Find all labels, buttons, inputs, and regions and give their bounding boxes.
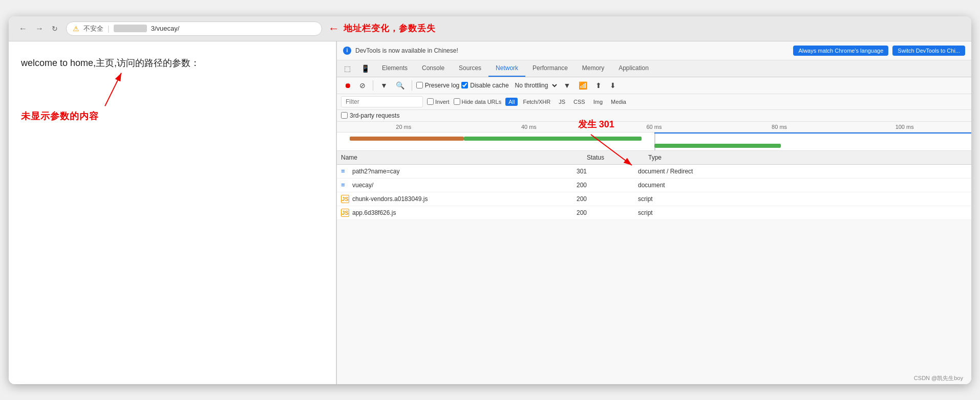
throttle-dropdown-button[interactable]: ▼ bbox=[561, 79, 574, 92]
script-icon-2: JS bbox=[341, 209, 349, 217]
row-name-text-3: chunk-vendors.a0183049.js bbox=[352, 195, 428, 203]
red-arrow-left-icon: ← bbox=[328, 22, 339, 35]
row-name-1: ≡ path2?name=cay bbox=[341, 167, 577, 175]
address-bar[interactable]: ⚠ 不安全 | 3/vuecay/ bbox=[66, 21, 322, 36]
back-button[interactable]: ← bbox=[17, 23, 29, 34]
filter-bar: Invert Hide data URLs All Fetch/XHR JS C… bbox=[337, 94, 971, 110]
network-table: Name Status Type ≡ path2?name=cay 301 do… bbox=[337, 151, 971, 384]
switch-devtools-button[interactable]: Switch DevTools to Chi... bbox=[892, 46, 965, 56]
timeline-label-100ms: 100 ms bbox=[842, 124, 967, 130]
row-name-text-4: app.6d38f626.js bbox=[352, 209, 396, 216]
search-button[interactable]: 🔍 bbox=[393, 79, 408, 92]
info-icon: i bbox=[343, 47, 351, 55]
row-name-3: JS chunk-vendors.a0183049.js bbox=[341, 195, 577, 203]
record-button[interactable]: ⏺ bbox=[341, 79, 354, 92]
table-row[interactable]: ≡ path2?name=cay 301 document / Redirect bbox=[337, 165, 971, 179]
throttle-select[interactable]: No throttling bbox=[511, 80, 559, 91]
doc-icon-1: ≡ bbox=[341, 167, 349, 175]
timeline-bar-green-2 bbox=[654, 144, 781, 148]
mobile-icon[interactable]: 📱 bbox=[356, 60, 375, 77]
table-header: Name Status Type bbox=[337, 151, 971, 165]
tab-application[interactable]: Application bbox=[611, 60, 656, 77]
table-row[interactable]: JS chunk-vendors.a0183049.js 200 script bbox=[337, 192, 971, 206]
third-party-checkbox[interactable]: 3rd-party requests bbox=[341, 112, 399, 119]
notification-text: DevTools is now available in Chinese! bbox=[355, 47, 789, 54]
wifi-icon[interactable]: 📶 bbox=[576, 79, 590, 92]
address-annotation-text: 地址栏变化，参数丢失 bbox=[344, 23, 436, 34]
devtools-content-wrapper: 发生 301 Name bbox=[337, 132, 971, 384]
tab-sources[interactable]: Sources bbox=[452, 60, 488, 77]
timeline-bar-orange bbox=[350, 137, 464, 141]
annotation-arrow-svg bbox=[88, 66, 138, 113]
svg-line-3 bbox=[591, 135, 632, 165]
filter-tag-img[interactable]: Img bbox=[590, 98, 606, 106]
filter-input[interactable] bbox=[341, 96, 423, 107]
url-suffix: 3/vuecay/ bbox=[151, 25, 315, 32]
download-icon[interactable]: ⬇ bbox=[607, 79, 619, 92]
third-party-row: 3rd-party requests bbox=[337, 110, 971, 122]
filter-button[interactable]: ▼ bbox=[377, 79, 391, 92]
welcome-text: welcome to home,主页,访问的路径的参数： bbox=[21, 57, 324, 69]
timeline-blue-line bbox=[654, 132, 972, 134]
table-row[interactable]: ≡ vuecay/ 200 document bbox=[337, 179, 971, 192]
tab-console[interactable]: Console bbox=[415, 60, 452, 77]
timeline-divider bbox=[654, 132, 655, 150]
row-name-text-1: path2?name=cay bbox=[352, 168, 399, 175]
upload-icon[interactable]: ⬆ bbox=[592, 79, 605, 92]
tab-memory[interactable]: Memory bbox=[575, 60, 611, 77]
filter-tag-media[interactable]: Media bbox=[608, 98, 629, 106]
row-type-4: script bbox=[638, 209, 967, 216]
stop-button[interactable]: ⊘ bbox=[356, 79, 369, 92]
hide-data-urls-label: Hide data URLs bbox=[462, 99, 502, 105]
timeline-label-60ms: 60 ms bbox=[591, 124, 717, 130]
devtools-notification: i DevTools is now available in Chinese! … bbox=[337, 41, 971, 60]
reload-button[interactable]: ↻ bbox=[50, 24, 60, 34]
tab-performance[interactable]: Performance bbox=[525, 60, 575, 77]
invert-checkbox[interactable]: Invert bbox=[427, 98, 450, 105]
timeline-label-40ms: 40 ms bbox=[466, 124, 592, 130]
header-type: Type bbox=[648, 154, 967, 161]
filter-tag-css[interactable]: CSS bbox=[570, 98, 588, 106]
annotation-301-arrow bbox=[591, 135, 652, 175]
filter-tag-fetch-xhr[interactable]: Fetch/XHR bbox=[520, 98, 553, 106]
timeline-label-80ms: 80 ms bbox=[717, 124, 842, 130]
no-params-annotation: 未显示参数的内容 bbox=[21, 110, 99, 122]
forward-button[interactable]: → bbox=[33, 23, 46, 34]
row-type-2: document bbox=[638, 182, 967, 189]
url-blurred bbox=[114, 25, 147, 32]
warning-icon: ⚠ bbox=[73, 25, 79, 33]
filter-tag-all[interactable]: All bbox=[505, 98, 518, 106]
devtools-toolbar: ⏺ ⊘ ▼ 🔍 Preserve log Disable cache No th… bbox=[337, 77, 971, 94]
timeline-ruler: 20 ms 40 ms 60 ms 80 ms 100 ms bbox=[337, 122, 971, 132]
nav-buttons: ← → ↻ bbox=[17, 23, 60, 34]
always-match-button[interactable]: Always match Chrome's language bbox=[793, 46, 888, 56]
script-icon-1: JS bbox=[341, 195, 349, 203]
doc-icon-2: ≡ bbox=[341, 181, 349, 189]
not-secure-label: 不安全 bbox=[83, 24, 103, 33]
browser-window: ← → ↻ ⚠ 不安全 | 3/vuecay/ ← 地址栏变化，参数丢失 wel… bbox=[9, 16, 971, 384]
title-bar: ← → ↻ ⚠ 不安全 | 3/vuecay/ ← 地址栏变化，参数丢失 bbox=[9, 16, 971, 41]
filter-tag-js[interactable]: JS bbox=[556, 98, 568, 106]
toolbar-separator-1 bbox=[373, 80, 373, 91]
header-name: Name bbox=[341, 154, 587, 161]
cursor-icon[interactable]: ⬚ bbox=[339, 60, 356, 77]
table-row[interactable]: JS app.6d38f626.js 200 script bbox=[337, 206, 971, 220]
filter-tags: All Fetch/XHR JS CSS Img Media bbox=[505, 98, 629, 106]
row-name-2: ≡ vuecay/ bbox=[341, 181, 577, 189]
row-status-2: 200 bbox=[577, 182, 638, 189]
watermark: CSDN @凯先生boy bbox=[914, 374, 963, 382]
invert-label: Invert bbox=[435, 99, 450, 105]
page-content: welcome to home,主页,访问的路径的参数： 未显示参数的内容 bbox=[9, 41, 336, 384]
hide-data-urls-checkbox[interactable]: Hide data URLs bbox=[454, 98, 502, 105]
timeline-bars: 发生 301 bbox=[337, 132, 971, 151]
row-type-1: document / Redirect bbox=[638, 168, 967, 175]
row-status-3: 200 bbox=[577, 195, 638, 203]
row-type-3: script bbox=[638, 195, 967, 203]
tab-network[interactable]: Network bbox=[488, 60, 525, 77]
disable-cache-checkbox[interactable]: Disable cache bbox=[461, 82, 508, 89]
preserve-log-checkbox[interactable]: Preserve log bbox=[416, 82, 459, 89]
devtools-tabs: ⬚ 📱 Elements Console Sources Network Per… bbox=[337, 60, 971, 77]
row-name-4: JS app.6d38f626.js bbox=[341, 209, 577, 217]
tab-elements[interactable]: Elements bbox=[375, 60, 415, 77]
toolbar-separator-2 bbox=[412, 80, 412, 91]
